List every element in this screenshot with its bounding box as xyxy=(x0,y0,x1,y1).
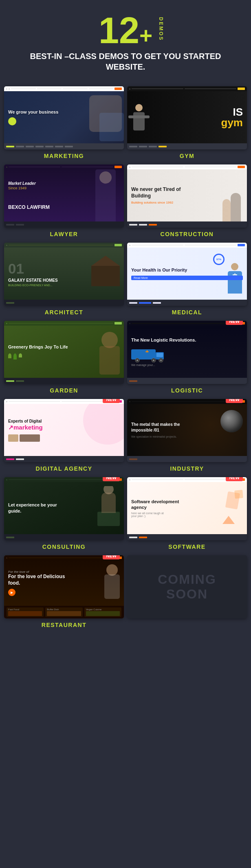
svg-rect-2 xyxy=(156,353,163,357)
demo-item-garden[interactable]: Greenery Brings Joy To Life GARDEN xyxy=(4,321,124,396)
page-header: 12+ DEMOS BEST-IN –CLASS DEMOS TO GET YO… xyxy=(0,0,251,80)
demo-item-coming-soon: COMINGSOON xyxy=(127,555,247,631)
construction-bottom-nav xyxy=(127,221,247,228)
consulting-bottom-nav xyxy=(4,534,124,540)
construction-label: CONSTRUCTION xyxy=(127,228,247,239)
architect-label: ARCHITECT xyxy=(4,306,124,318)
software-new-badge: NEW xyxy=(226,477,243,481)
demos-number: 12 xyxy=(99,10,139,51)
fake-nav-medical xyxy=(127,243,247,248)
gym-label: GYM xyxy=(127,149,247,161)
coming-soon-label xyxy=(127,618,247,631)
demos-grid: We grow your business MARKETING xyxy=(0,80,251,637)
software-preview-text: Software development agency xyxy=(131,499,187,511)
demo-item-logistic[interactable]: NEW The New Logistic Revolutions. xyxy=(127,321,247,396)
demo-item-medical[interactable]: 97% Your Health is Our Priority Read Mor… xyxy=(127,243,247,318)
restaurant-new-badge: NEW xyxy=(103,555,120,559)
industry-bottom-nav xyxy=(127,456,247,462)
fake-nav-marketing xyxy=(4,86,124,91)
page-subtitle: BEST-IN –CLASS DEMOS TO GET YOU STARTED … xyxy=(8,51,243,72)
svg-rect-10 xyxy=(145,351,149,352)
industry-preview-text: The metal that makes the impossible /01 xyxy=(131,422,193,433)
digital-new-badge: NEW xyxy=(103,399,120,403)
demo-item-construction[interactable]: We never get Tired of Building Building … xyxy=(127,164,247,239)
svg-point-8 xyxy=(160,359,162,361)
marketing-preview-text: We grow your business xyxy=(8,109,70,115)
fake-nav-lawyer xyxy=(4,164,124,169)
logistic-label: LOGISTIC xyxy=(127,384,247,396)
architect-preview-text: GALAXY ESTATE HOMES xyxy=(8,278,120,283)
restaurant-label: RESTAURANT xyxy=(4,618,124,630)
medical-preview-text: Your Health is Our Priority xyxy=(131,267,193,273)
gym-hit-text: gym xyxy=(221,117,243,128)
demos-plus: + xyxy=(139,23,152,48)
consulting-new-badge: NEW xyxy=(103,477,120,481)
garden-preview-text: Greenery Brings Joy To Life xyxy=(8,344,70,350)
fake-nav-construction xyxy=(127,164,247,169)
demo-item-lawyer[interactable]: Market Leader Since 1949 BEXCO LAWFIRM L… xyxy=(4,164,124,239)
demo-item-marketing[interactable]: We grow your business MARKETING xyxy=(4,86,124,161)
industry-new-badge: NEW xyxy=(226,399,243,403)
demo-item-industry[interactable]: NEW The metal that makes the impossible … xyxy=(127,399,247,474)
digital-preview-text: Experts of Digital xyxy=(8,419,120,424)
demo-item-architect[interactable]: 01 GALAXY ESTATE HOMES BUILDING ECO-FRIE… xyxy=(4,243,124,318)
lawyer-label: LAWYER xyxy=(4,228,124,239)
demo-item-restaurant[interactable]: NEW For the love of For the love of Deli… xyxy=(4,555,124,631)
fake-nav-architect xyxy=(4,243,124,248)
demo-item-software[interactable]: NEW Software development xyxy=(127,477,247,552)
garden-bottom-nav xyxy=(4,378,124,384)
consulting-preview-text: Let experience be your guide. xyxy=(8,502,70,515)
fake-nav-gym xyxy=(127,86,247,91)
demo-item-digital-agency[interactable]: NEW Experts of Digital ↗marketing xyxy=(4,399,124,474)
logistic-bottom-nav xyxy=(127,378,247,384)
logistic-truck-icon xyxy=(131,346,168,362)
coming-soon-text: COMINGSOON xyxy=(158,572,216,601)
medical-label: MEDICAL xyxy=(127,306,247,318)
lawyer-preview-title: Market Leader xyxy=(8,181,120,186)
construction-preview-text: We never get Tired of Building xyxy=(131,186,193,199)
lawyer-firm-name: BEXCO LAWFIRM xyxy=(8,204,120,210)
demos-label: DEMOS xyxy=(158,17,164,41)
gym-bottom-nav xyxy=(127,143,247,149)
marketing-bottom-nav xyxy=(4,143,124,149)
software-label: SOFTWARE xyxy=(127,540,247,552)
marketing-label: MARKETING xyxy=(4,149,124,161)
logistic-new-badge: NEW xyxy=(226,321,243,325)
restaurant-preview-text: For the love of Delicious food. xyxy=(8,574,70,586)
svg-rect-0 xyxy=(131,349,156,359)
svg-point-7 xyxy=(153,359,154,361)
gym-is-text: IS xyxy=(221,107,243,117)
svg-point-6 xyxy=(137,359,138,361)
logistic-preview-text: The New Logistic Revolutions. xyxy=(131,337,243,343)
digital-bottom-nav xyxy=(4,456,124,462)
demo-item-gym[interactable]: IS gym GYM xyxy=(127,86,247,161)
garden-label: GARDEN xyxy=(4,384,124,396)
medical-bottom-nav xyxy=(127,300,247,306)
lawyer-bottom-nav xyxy=(4,221,124,228)
fake-nav-garden xyxy=(4,321,124,326)
demo-item-consulting[interactable]: NEW Let experience be your guide. xyxy=(4,477,124,552)
industry-label: INDUSTRY xyxy=(127,462,247,474)
digital-label: DIGITAL AGENCY xyxy=(4,462,124,474)
consulting-label: CONSULTING xyxy=(4,540,124,552)
software-bottom-nav xyxy=(127,534,247,540)
architect-bottom-nav xyxy=(4,300,124,306)
